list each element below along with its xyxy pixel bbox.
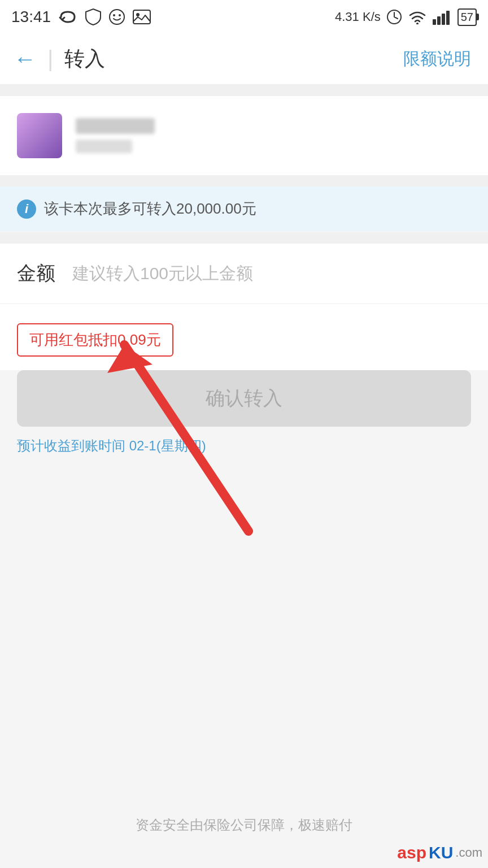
svg-rect-7 [433,19,436,25]
watermark-ku: KU [429,843,453,862]
page-title: 转入 [64,45,105,73]
info-banner: i 该卡本次最多可转入20,000.00元 [0,186,488,231]
watermark: asp KU .com [397,843,482,862]
expected-time: 预计收益到账时间 02-1(星期四) [0,427,488,465]
vertical-divider: | [47,46,53,72]
card-icon [17,113,62,158]
amount-divider [0,232,488,244]
svg-rect-3 [133,10,150,24]
expected-time-suffix: (星期四) [156,438,206,453]
face-icon [108,8,125,25]
network-speed: 4.31 K/s [335,10,381,24]
limit-explanation-link[interactable]: 限额说明 [403,47,471,71]
svg-point-6 [416,23,419,24]
svg-point-1 [113,14,115,16]
svg-rect-10 [446,11,450,25]
confirm-button[interactable]: 确认转入 [17,370,471,427]
back-button[interactable]: ← [14,46,36,72]
status-time: 13:41 [11,8,51,26]
watermark-com: .com [455,845,482,860]
svg-point-2 [119,14,121,16]
amount-placeholder: 建议转入100元以上金额 [72,262,253,285]
card-section [0,96,488,175]
amount-row[interactable]: 金额 建议转入100元以上金额 [0,244,488,304]
red-packet-tag[interactable]: 可用红包抵扣0.09元 [17,323,173,357]
footer: 资金安全由保险公司保障，极速赔付 [0,816,488,834]
svg-point-4 [136,13,140,16]
signal-icon [433,9,452,25]
top-divider [0,85,488,96]
wifi-icon [408,10,427,24]
middle-divider [0,175,488,186]
svg-point-0 [110,10,124,24]
status-left: 13:41 [11,8,151,26]
amount-label: 金额 [17,261,55,287]
battery: 57 [457,8,477,26]
info-icon: i [17,199,36,219]
clock-icon [386,9,402,25]
red-packet-area: 可用红包抵扣0.09元 [0,304,488,370]
top-nav: ← | 转入 限额说明 [0,34,488,85]
expected-time-prefix: 预计收益到账时间 [17,438,125,453]
footer-text: 资金安全由保险公司保障，极速赔付 [136,817,352,832]
status-right: 4.31 K/s 57 [335,8,477,26]
svg-rect-9 [442,14,445,25]
status-bar: 13:41 4.31 K/s 57 [0,0,488,34]
info-text: 该卡本次最多可转入20,000.00元 [44,199,256,219]
card-info [76,118,155,153]
expected-time-date: 02-1(星期四) [129,438,206,453]
loop-icon [58,10,78,24]
shield-icon [85,8,102,26]
watermark-asp: asp [397,843,426,862]
card-name-blur [76,118,155,134]
svg-rect-8 [437,16,441,25]
card-number-blur [76,140,132,153]
image-icon [132,9,151,25]
